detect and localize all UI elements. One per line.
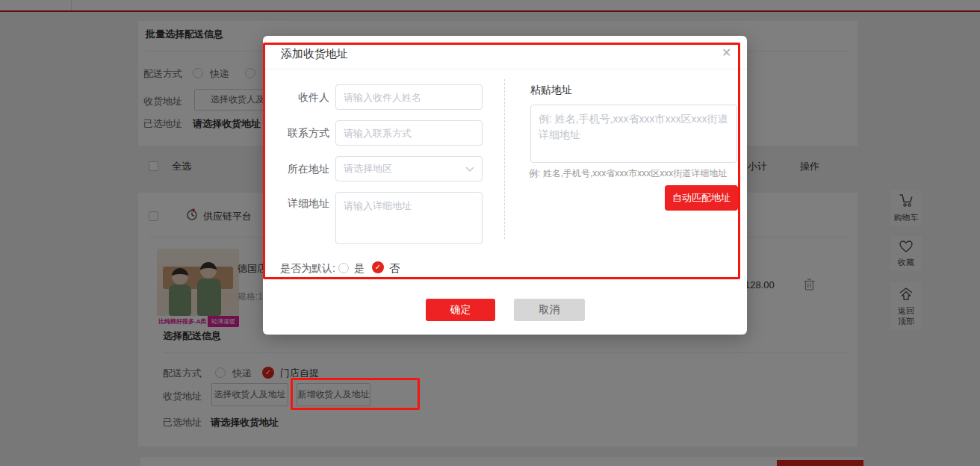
recipient-input[interactable] bbox=[335, 84, 483, 110]
checkout-page: 批量选择配送信息 配送方式 快递 收货地址 选择收货人及地址 已选地址 请选择收… bbox=[0, 0, 980, 466]
confirm-button[interactable]: 确定 bbox=[426, 299, 495, 321]
cancel-button[interactable]: 取消 bbox=[514, 299, 585, 321]
default-label: 是否为默认: bbox=[280, 262, 335, 276]
default-yes-radio[interactable] bbox=[338, 263, 349, 273]
auto-match-button[interactable]: 自动匹配地址 bbox=[665, 185, 738, 211]
contact-label: 联系方式 bbox=[276, 120, 329, 146]
region-select-placeholder: 请选择地区 bbox=[344, 162, 392, 175]
chevron-down-icon bbox=[465, 162, 474, 175]
detail-textarea[interactable] bbox=[335, 192, 483, 244]
default-yes-label[interactable]: 是 bbox=[354, 262, 365, 276]
paste-address-label: 粘贴地址 bbox=[530, 84, 572, 97]
region-label: 所在地址 bbox=[276, 156, 329, 181]
modal-title: 添加收货地址 bbox=[281, 47, 348, 61]
paste-address-textarea[interactable] bbox=[530, 105, 737, 163]
default-no-label[interactable]: 否 bbox=[389, 262, 400, 276]
detail-label: 详细地址 bbox=[276, 197, 329, 211]
column-divider bbox=[504, 79, 505, 239]
region-select[interactable]: 请选择地区 bbox=[335, 156, 483, 181]
add-address-modal: 添加收货地址 ✕ 收件人 联系方式 所在地址 请选择地区 详细地址 粘贴地址 例… bbox=[263, 36, 747, 335]
default-no-radio-checked[interactable]: ✓ bbox=[372, 261, 384, 273]
paste-address-hint: 例: 姓名,手机号,xxx省xxx市xxx区xxx街道详细地址 bbox=[529, 167, 745, 180]
contact-input[interactable] bbox=[335, 120, 483, 146]
recipient-label: 收件人 bbox=[276, 84, 329, 110]
modal-title-divider bbox=[263, 69, 747, 69]
close-icon[interactable]: ✕ bbox=[722, 46, 731, 60]
